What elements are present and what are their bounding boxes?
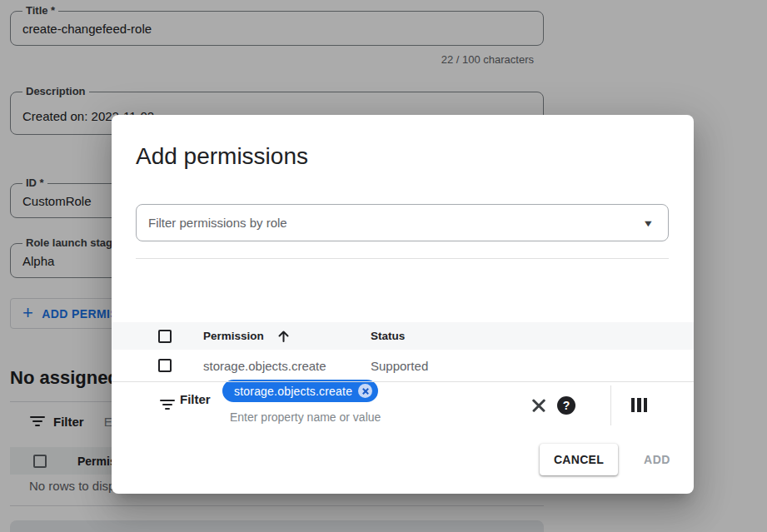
status-column-header[interactable]: Status	[371, 330, 405, 342]
chevron-down-icon: ▼	[642, 218, 654, 228]
column-display-options-icon[interactable]	[631, 398, 647, 412]
filter-chip-label: storage.objects.create	[234, 385, 352, 398]
help-icon[interactable]: ?	[557, 396, 575, 415]
clear-filters-icon[interactable]	[530, 396, 548, 415]
row-checkbox[interactable]	[158, 359, 172, 372]
filter-by-role-select[interactable]: Filter permissions by role ▼	[136, 204, 669, 241]
chip-remove-icon[interactable]	[358, 384, 372, 398]
row-status-cell: Supported	[371, 359, 428, 373]
sort-ascending-icon[interactable]	[277, 330, 290, 343]
filter-chip[interactable]: storage.objects.create	[222, 380, 378, 402]
filter-label: Filter	[180, 392, 211, 406]
create-role-page: Title * create-changefeed-role 22 / 100 …	[0, 0, 767, 532]
table-row[interactable]: storage.objects.create Supported	[112, 350, 694, 382]
permission-column-header[interactable]: Permission	[203, 330, 290, 343]
table-header-row: Permission Status	[112, 322, 694, 350]
add-button[interactable]: ADD	[632, 444, 682, 475]
permissions-table: Permission Status storage.objects.create…	[112, 322, 694, 382]
add-permissions-dialog: Add permissions Filter permissions by ro…	[112, 115, 694, 494]
cancel-button[interactable]: CANCEL	[540, 444, 618, 475]
row-permission-cell: storage.objects.create	[203, 359, 326, 373]
permission-column-label: Permission	[203, 330, 264, 342]
dialog-footer: CANCEL ADD	[112, 444, 694, 475]
filter-input-placeholder[interactable]: Enter property name or value	[230, 410, 381, 424]
dialog-title: Add permissions	[136, 143, 308, 170]
filter-icon	[160, 400, 175, 411]
divider	[136, 258, 669, 259]
vertical-divider	[610, 385, 611, 425]
select-all-checkbox[interactable]	[158, 330, 172, 343]
filter-by-role-placeholder: Filter permissions by role	[148, 216, 644, 230]
